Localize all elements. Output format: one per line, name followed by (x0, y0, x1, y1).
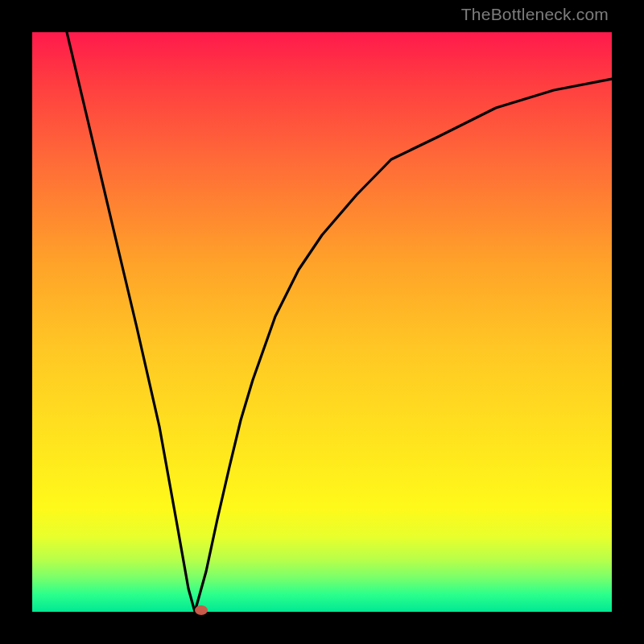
chart-frame: TheBottleneck.com (0, 0, 644, 644)
plot-area (32, 32, 612, 612)
bottleneck-curve (67, 32, 612, 612)
curve-svg (32, 32, 612, 612)
bottleneck-marker (195, 605, 208, 615)
watermark-text: TheBottleneck.com (461, 5, 609, 24)
